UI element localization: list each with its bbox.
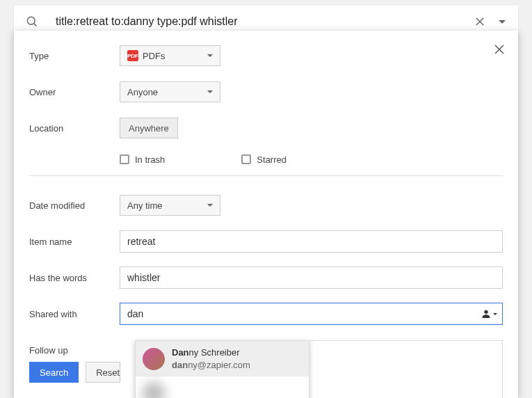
shared-with-label: Shared with: [29, 309, 120, 319]
chevron-down-icon: [207, 54, 213, 57]
type-label: Type: [29, 51, 120, 61]
follow-up-label: Follow up: [29, 345, 120, 356]
reset-button[interactable]: Reset: [86, 362, 120, 383]
svg-line-1: [34, 24, 37, 26]
date-modified-value: Any time: [127, 200, 202, 211]
search-input[interactable]: [56, 15, 467, 28]
clear-search-icon[interactable]: [474, 15, 486, 28]
avatar: [143, 348, 165, 370]
button-row: Search Reset: [29, 362, 120, 383]
owner-value: Anyone: [127, 87, 202, 97]
svg-point-0: [27, 17, 35, 24]
location-value: Anywhere: [129, 123, 169, 134]
info-box: Learn more: [294, 340, 503, 398]
location-label: Location: [29, 123, 120, 134]
chevron-down-icon: [207, 90, 213, 93]
item-name-input[interactable]: [120, 230, 503, 253]
chevron-down-icon: [493, 313, 497, 315]
close-panel-icon[interactable]: [493, 43, 506, 56]
person-picker-icon[interactable]: [481, 308, 497, 319]
checkbox-icon: [120, 154, 129, 164]
svg-point-6: [484, 310, 487, 314]
search-button[interactable]: Search: [29, 362, 79, 383]
starred-label: Starred: [257, 154, 287, 165]
autocomplete-text: Danny Schreiber danny@zapier.com: [172, 347, 250, 371]
has-words-input[interactable]: [120, 266, 503, 289]
avatar: [143, 382, 165, 398]
date-modified-dropdown[interactable]: Any time: [120, 195, 220, 216]
type-value: PDFs: [143, 51, 202, 61]
has-words-label: Has the words: [29, 273, 120, 283]
in-trash-checkbox[interactable]: In trash: [120, 154, 165, 165]
divider: [29, 175, 503, 176]
shared-with-input[interactable]: [120, 303, 503, 325]
autocomplete-item[interactable]: [136, 376, 309, 398]
location-button[interactable]: Anywhere: [120, 118, 178, 138]
autocomplete-dropdown: Danny Schreiber danny@zapier.com: [135, 340, 309, 398]
chevron-down-icon: [207, 204, 213, 207]
owner-dropdown[interactable]: Anyone: [120, 81, 220, 102]
item-name-label: Item name: [29, 237, 120, 247]
owner-label: Owner: [29, 87, 120, 97]
pdf-icon: PDF: [127, 50, 138, 61]
search-options-dropdown-icon[interactable]: [499, 20, 506, 24]
advanced-search-panel: Type PDF PDFs Owner Anyone Location Anyw…: [14, 31, 518, 398]
date-modified-label: Date modified: [29, 200, 120, 211]
checkbox-icon: [241, 154, 251, 164]
in-trash-label: In trash: [135, 154, 165, 165]
type-dropdown[interactable]: PDF PDFs: [120, 45, 220, 66]
search-icon: [25, 15, 39, 29]
autocomplete-item[interactable]: Danny Schreiber danny@zapier.com: [136, 341, 309, 376]
starred-checkbox[interactable]: Starred: [241, 154, 287, 165]
